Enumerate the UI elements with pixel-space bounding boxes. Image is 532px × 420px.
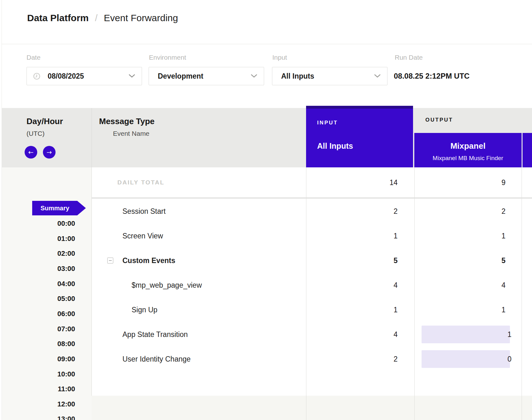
table-body: Session Start22Screen View11Custom Event… [92,199,532,371]
column-divider [414,167,415,420]
breadcrumb-separator: / [89,13,104,23]
row-label: Screen View [122,232,163,240]
row-label: Session Start [122,207,166,216]
output-count-value: 0 [507,355,516,363]
input-column-top-strip [306,106,413,109]
breadcrumb: Data Platform / Event Forwarding [27,13,178,23]
date-label: Date [27,54,40,61]
daily-total-output-value: 9 [501,178,505,187]
input-count-cell: 4 [306,281,413,290]
hour-label-0300[interactable]: 03:00 [57,265,75,273]
input-count-cell: 2 [306,355,413,363]
daily-total-row: DAILY TOTAL 14 9 [92,167,532,198]
hour-label-0200[interactable]: 02:00 [57,249,75,258]
environment-value: Development [158,72,203,81]
summary-badge[interactable]: Summary [32,201,86,215]
row-label: Sign Up [132,306,157,314]
output-count-cell: 0 [413,347,520,371]
hour-label-0100[interactable]: 01:00 [57,235,75,243]
hour-label-1300[interactable]: 13:00 [57,415,75,420]
message-type-title: Message Type [99,117,155,126]
row-label-cell: $mp_web_page_view [92,273,306,297]
output-count-value: 1 [507,330,516,339]
table-row: Screen View11 [92,224,532,248]
table-row: App State Transition41 [92,322,532,347]
collapse-minus-icon[interactable] [107,258,113,264]
run-date-value: 08.08.25 2:12PM UTC [394,67,470,85]
chevron-down-icon [128,73,135,79]
row-label-cell: Screen View [92,224,306,248]
table-row: User Identity Change20 [92,347,532,371]
top-bar: Data Platform / Event Forwarding [2,0,532,44]
output-count-cell: 4 [413,273,520,297]
next-output-column-header[interactable] [523,133,532,167]
next-day-button[interactable]: → [43,146,56,159]
row-label-cell: App State Transition [92,322,306,347]
output-count-value: 5 [501,256,505,265]
highlighted-cell-background [422,326,510,343]
highlighted-cell-background [422,350,510,368]
arrow-left-icon: ← [28,148,34,156]
output-group-label: OUTPUT [425,117,453,123]
event-forwarding-page: Data Platform / Event Forwarding Date En… [0,0,532,420]
output-count-cell: 1 [413,322,520,347]
table-row: $mp_web_page_view44 [92,273,532,297]
input-column-title: All Inputs [317,141,353,151]
hour-label-0500[interactable]: 05:00 [57,295,75,303]
input-column-header[interactable]: INPUT All Inputs [306,106,413,167]
hour-label-0800[interactable]: 08:00 [57,340,75,348]
chevron-down-icon [251,73,257,79]
day-hour-sidebar: Summary 00:0001:0002:0003:0004:0005:0006… [2,167,92,420]
input-value: All Inputs [281,72,314,81]
hour-label-0900[interactable]: 09:00 [57,355,75,363]
mixpanel-column-header[interactable]: Mixpanel Mixpanel MB Music Finder [414,133,522,167]
table-row: Custom Events55 [92,248,532,273]
run-date-label: Run Date [395,54,423,61]
input-dropdown[interactable]: All Inputs [272,67,387,85]
footer-band [92,396,532,420]
row-label: $mp_web_page_view [132,281,202,290]
breadcrumb-data-platform[interactable]: Data Platform [27,13,89,23]
hour-label-0400[interactable]: 04:00 [57,280,75,288]
breadcrumb-event-forwarding[interactable]: Event Forwarding [104,13,178,23]
mixpanel-title: Mixpanel [414,141,522,151]
row-label-cell: Sign Up [92,297,306,322]
output-count-value: 4 [501,281,505,290]
clock-icon [33,73,40,80]
arrow-right-icon: → [47,148,52,156]
row-label-cell: Custom Events [92,248,306,273]
input-group-label: INPUT [317,120,338,126]
row-label-cell: Session Start [92,199,306,224]
output-count-cell: 5 [413,248,520,273]
environment-label: Environment [149,54,186,61]
hour-label-1000[interactable]: 10:00 [57,370,75,378]
hour-label-0600[interactable]: 06:00 [57,310,75,318]
utc-subtitle: (UTC) [27,130,44,137]
chevron-down-icon [374,73,381,79]
hour-label-1200[interactable]: 12:00 [57,400,75,408]
date-dropdown[interactable]: 08/08/2025 [27,67,142,85]
output-count-value: 2 [501,207,505,216]
event-name-subtitle: Event Name [113,130,150,137]
row-label: Custom Events [122,256,175,265]
table-row: Session Start22 [92,199,532,224]
hour-label-1100[interactable]: 11:00 [58,385,75,393]
input-count-cell: 1 [306,306,413,314]
row-label: User Identity Change [122,355,191,363]
column-divider [522,167,522,420]
mixpanel-subtitle: Mixpanel MB Music Finder [414,155,522,162]
input-count-cell: 5 [306,256,413,265]
environment-dropdown[interactable]: Development [149,67,264,85]
output-count-cell: 2 [413,199,520,224]
hour-label-0000[interactable]: 00:00 [57,219,75,228]
day-hour-title: Day/Hour [27,117,63,126]
row-label: App State Transition [122,330,188,339]
previous-day-button[interactable]: ← [25,146,37,159]
minus-glyph [109,260,112,261]
output-count-value: 1 [501,306,505,314]
output-count-cell: 1 [413,224,520,248]
hour-label-0700[interactable]: 07:00 [57,325,75,333]
table-row: Sign Up11 [92,297,532,322]
input-count-cell: 1 [306,232,413,240]
daily-total-label: DAILY TOTAL [92,179,306,186]
